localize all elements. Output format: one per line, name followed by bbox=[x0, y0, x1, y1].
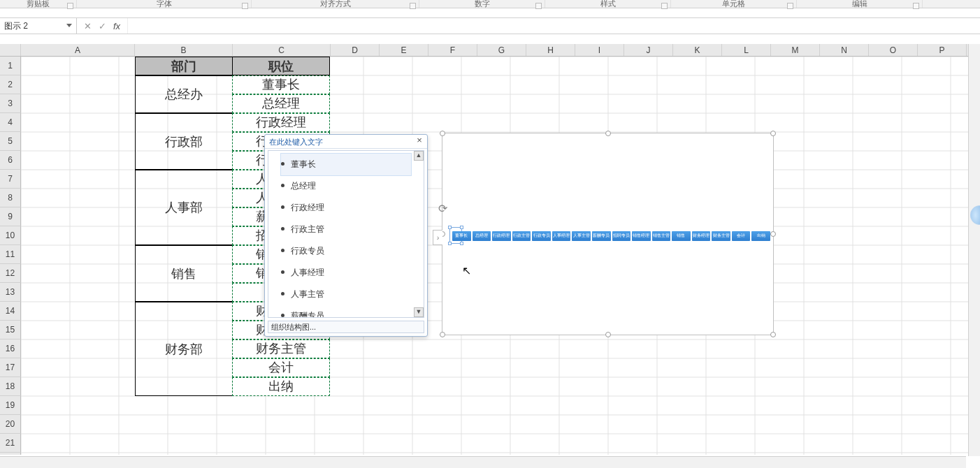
text-pane-item[interactable]: 行政主管 bbox=[281, 219, 411, 240]
horizontal-scrollbar[interactable] bbox=[119, 456, 966, 468]
resize-handle[interactable] bbox=[440, 131, 445, 136]
vertical-scrollbar[interactable] bbox=[968, 44, 980, 456]
col-header-G[interactable]: G bbox=[477, 44, 526, 56]
smartart-node[interactable]: 总经理 bbox=[473, 231, 491, 241]
dept-cell[interactable]: 财务部 bbox=[135, 302, 233, 396]
row-header[interactable]: 7 bbox=[0, 170, 21, 189]
col-header-K[interactable]: K bbox=[673, 44, 722, 56]
text-pane-item[interactable]: 人事主管 bbox=[281, 284, 411, 305]
position-cell[interactable]: 行政经理 bbox=[232, 113, 330, 132]
col-header-J[interactable]: J bbox=[624, 44, 673, 56]
row-header[interactable]: 5 bbox=[0, 132, 21, 151]
row-header[interactable]: 16 bbox=[0, 339, 21, 358]
row-header[interactable]: 21 bbox=[0, 434, 21, 453]
text-pane-body[interactable]: ▲ ▼ 董事长总经理行政经理行政主管行政专员人事经理人事主管薪酬专员 bbox=[268, 150, 424, 318]
row-header[interactable]: 4 bbox=[0, 113, 21, 132]
text-pane-item[interactable]: 薪酬专员 bbox=[281, 305, 411, 318]
rotate-handle-icon[interactable]: ⟳ bbox=[438, 202, 451, 214]
col-header-H[interactable]: H bbox=[526, 44, 575, 56]
smartart-node[interactable]: 招聘专员 bbox=[612, 231, 631, 241]
smartart-node[interactable]: 销售 bbox=[672, 231, 691, 241]
col-header-M[interactable]: M bbox=[771, 44, 820, 56]
smartart-node[interactable]: 行政专员 bbox=[532, 231, 551, 241]
col-header-O[interactable]: O bbox=[869, 44, 918, 56]
row-header[interactable]: 15 bbox=[0, 321, 21, 339]
row-header[interactable]: 8 bbox=[0, 189, 21, 207]
row-header[interactable]: 22 bbox=[0, 453, 21, 455]
smartart-text-pane[interactable]: 在此处键入文字 × ▲ ▼ 董事长总经理行政经理行政主管行政专员人事经理人事主管… bbox=[264, 134, 428, 337]
position-cell[interactable]: 财务主管 bbox=[232, 339, 330, 358]
row-header[interactable]: 13 bbox=[0, 283, 21, 302]
resize-handle[interactable] bbox=[770, 332, 776, 337]
sheet-tab-area[interactable] bbox=[0, 456, 119, 468]
resize-handle[interactable] bbox=[605, 332, 611, 337]
col-header-N[interactable]: N bbox=[820, 44, 869, 56]
scroll-up-icon[interactable]: ▲ bbox=[414, 151, 424, 161]
smartart-node[interactable]: 财务经理 bbox=[692, 231, 711, 241]
position-cell[interactable]: 总经理 bbox=[232, 94, 330, 113]
row-header[interactable]: 1 bbox=[0, 57, 21, 75]
col-header-L[interactable]: L bbox=[722, 44, 771, 56]
formula-input[interactable] bbox=[128, 18, 980, 34]
col-header-B[interactable]: B bbox=[135, 44, 233, 56]
smartart-node[interactable]: 销售经理 bbox=[632, 231, 651, 241]
smartart-node[interactable]: 行政经理 bbox=[492, 231, 511, 241]
smartart-node[interactable]: 行政主管 bbox=[512, 231, 531, 241]
cells-area[interactable]: 部门 职位 总经办行政部人事部销售财务部董事长总经理行政经理行政主管行政专员人事… bbox=[21, 57, 980, 455]
row-header[interactable]: 11 bbox=[0, 245, 21, 264]
smartart-node[interactable]: 董事长 bbox=[452, 231, 471, 241]
row-header[interactable]: 3 bbox=[0, 94, 21, 113]
text-pane-title[interactable]: 在此处键入文字 × bbox=[265, 135, 427, 149]
dept-cell[interactable]: 销售 bbox=[135, 245, 233, 302]
resize-handle[interactable] bbox=[770, 131, 776, 136]
resize-handle[interactable] bbox=[770, 231, 776, 237]
row-header[interactable]: 14 bbox=[0, 302, 21, 321]
row-header[interactable]: 6 bbox=[0, 151, 21, 170]
row-header[interactable]: 20 bbox=[0, 415, 21, 434]
row-header[interactable]: 9 bbox=[0, 207, 21, 226]
dept-cell[interactable]: 人事部 bbox=[135, 170, 233, 245]
position-cell[interactable]: 会计 bbox=[232, 358, 330, 377]
position-cell[interactable]: 出纳 bbox=[232, 377, 330, 396]
smartart-node[interactable]: 人事主管 bbox=[572, 231, 591, 241]
row-header[interactable]: 12 bbox=[0, 264, 21, 283]
dept-cell[interactable]: 行政部 bbox=[135, 113, 233, 170]
col-header-P[interactable]: P bbox=[918, 44, 967, 56]
close-icon[interactable]: × bbox=[415, 136, 424, 146]
fx-icon[interactable]: fx bbox=[113, 21, 120, 31]
col-header-C[interactable]: C bbox=[233, 44, 331, 56]
smartart-node[interactable]: 会计 bbox=[732, 231, 751, 241]
text-pane-item[interactable]: 行政经理 bbox=[281, 197, 411, 219]
dept-cell[interactable]: 总经办 bbox=[135, 75, 233, 113]
smartart-node[interactable]: 出纳 bbox=[751, 231, 770, 241]
resize-handle[interactable] bbox=[440, 332, 445, 337]
expand-text-pane-tab[interactable]: › bbox=[433, 230, 442, 245]
col-header-A[interactable]: A bbox=[21, 44, 135, 56]
col-header-D[interactable]: D bbox=[331, 44, 380, 56]
col-header-E[interactable]: E bbox=[380, 44, 428, 56]
text-pane-footer[interactable]: 组织结构图... bbox=[268, 321, 424, 333]
smartart-canvas[interactable]: ⟳ › 董事长总经理行政经理行政主管行政专员人事经理人事主管薪酬专员招聘专员销售… bbox=[442, 133, 774, 335]
row-header[interactable]: 2 bbox=[0, 75, 21, 94]
row-header[interactable]: 17 bbox=[0, 358, 21, 377]
text-pane-list[interactable]: 董事长总经理行政经理行政主管行政专员人事经理人事主管薪酬专员 bbox=[268, 154, 424, 318]
text-pane-item[interactable]: 总经理 bbox=[281, 175, 411, 197]
col-header-I[interactable]: I bbox=[575, 44, 624, 56]
text-pane-item[interactable]: 人事经理 bbox=[281, 262, 411, 284]
scroll-down-icon[interactable]: ▼ bbox=[414, 307, 424, 317]
select-all-corner[interactable] bbox=[0, 44, 21, 56]
position-cell[interactable]: 董事长 bbox=[232, 75, 330, 94]
text-pane-item[interactable]: 董事长 bbox=[281, 154, 411, 175]
accept-icon[interactable]: ✓ bbox=[99, 21, 106, 31]
col-header-F[interactable]: F bbox=[428, 44, 477, 56]
worksheet-grid[interactable]: 1234567891011121314151617181920212223 部门… bbox=[0, 57, 980, 455]
row-header[interactable]: 18 bbox=[0, 377, 21, 396]
cancel-icon[interactable]: ✕ bbox=[84, 21, 92, 31]
row-header[interactable]: 19 bbox=[0, 396, 21, 415]
smartart-node[interactable]: 销售主管 bbox=[652, 231, 671, 241]
row-header[interactable]: 10 bbox=[0, 226, 21, 245]
text-pane-item[interactable]: 行政专员 bbox=[281, 240, 411, 262]
smartart-node[interactable]: 薪酬专员 bbox=[592, 231, 611, 241]
smartart-node[interactable]: 财务主管 bbox=[712, 231, 730, 241]
resize-handle[interactable] bbox=[605, 131, 611, 136]
